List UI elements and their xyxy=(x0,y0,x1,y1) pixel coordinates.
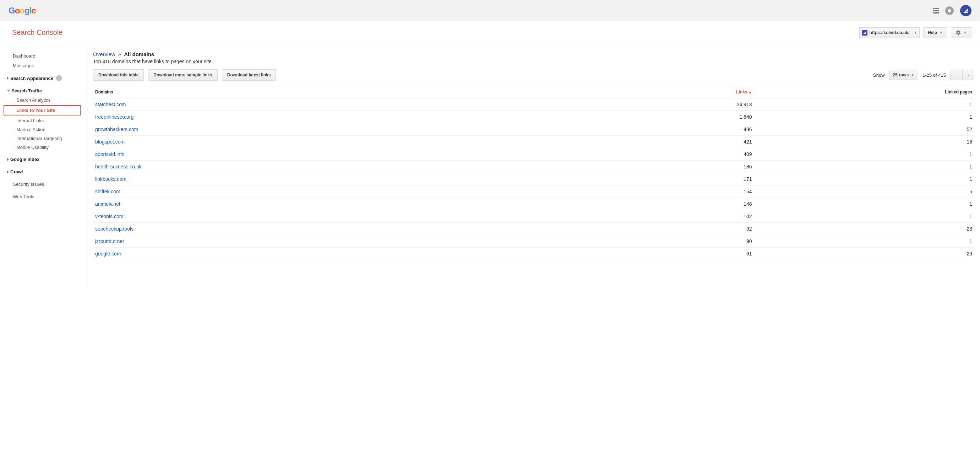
settings-button[interactable]: ▼ xyxy=(951,27,972,38)
sidebar-label: Search Appearance xyxy=(10,76,53,81)
cell-links: 148 xyxy=(578,198,754,210)
header-right xyxy=(933,5,972,16)
table-row: google.com6129 xyxy=(93,248,974,260)
cell-pages: 1 xyxy=(754,111,974,123)
sidebar-item-manual-action[interactable]: Manual Action xyxy=(0,125,87,134)
cell-links: 171 xyxy=(578,173,754,185)
avatar[interactable] xyxy=(960,5,972,16)
page-range: 1-25 of 415 xyxy=(923,72,946,78)
main-content: Overview » All domains Top 415 domains t… xyxy=(88,44,980,285)
domain-link[interactable]: statchest.com xyxy=(95,102,126,107)
cell-links: 102 xyxy=(578,210,754,223)
domain-link[interactable]: freeonlineseo.org xyxy=(95,114,134,120)
property-selector[interactable]: https://solvid.co.uk/ ▼ xyxy=(859,27,920,38)
cell-domain: health-success.co.uk xyxy=(93,161,578,173)
rows-value: 25 rows xyxy=(893,72,909,77)
domain-link[interactable]: seocheckup.tools xyxy=(95,226,134,232)
cell-pages: 1 xyxy=(754,99,974,111)
sidebar-item-internal-links[interactable]: Internal Links xyxy=(0,116,87,125)
help-label: Help xyxy=(928,30,937,35)
domain-link[interactable]: blogspot.com xyxy=(95,139,125,145)
download-more-sample-button[interactable]: Download more sample links xyxy=(148,69,217,81)
sidebar-group-crawl[interactable]: Crawl xyxy=(0,167,87,177)
notifications-bell-icon[interactable] xyxy=(945,6,954,15)
rows-per-page-selector[interactable]: 25 rows ▼ xyxy=(889,70,919,80)
table-row: v-tennis.com1021 xyxy=(93,210,974,223)
cell-links: 421 xyxy=(578,136,754,148)
sidebar-item-security-issues[interactable]: Security Issues xyxy=(0,179,87,189)
cell-pages: 1 xyxy=(754,235,974,248)
cell-links: 186 xyxy=(578,161,754,173)
table-row: sportsvid.info4091 xyxy=(93,148,974,161)
table-row: linkbucks.com1711 xyxy=(93,173,974,185)
sidebar-group-search-appearance[interactable]: Search Appearance i xyxy=(0,73,87,83)
cell-domain: freeonlineseo.org xyxy=(93,111,578,123)
cell-domain: animelv.net xyxy=(93,198,578,210)
domain-link[interactable]: shiftek.com xyxy=(95,189,120,195)
domain-link[interactable]: health-success.co.uk xyxy=(95,164,142,169)
sidebar-item-mobile-usability[interactable]: Mobile Usability xyxy=(0,143,87,152)
breadcrumb-separator: » xyxy=(118,51,121,57)
cell-links: 61 xyxy=(578,248,754,260)
chevron-down-icon: ▼ xyxy=(913,30,917,35)
cell-domain: jzrputtbut.net xyxy=(93,235,578,248)
domain-link[interactable]: google.com xyxy=(95,251,121,257)
download-latest-button[interactable]: Download latest links xyxy=(222,69,276,81)
cell-pages: 1 xyxy=(754,148,974,161)
breadcrumb-overview-link[interactable]: Overview xyxy=(93,51,115,57)
sidebar-item-links-to-your-site[interactable]: Links to Your Site xyxy=(3,105,81,115)
caret-right-icon xyxy=(7,171,9,173)
domain-link[interactable]: linkbucks.com xyxy=(95,176,126,182)
table-row: statchest.com24,9131 xyxy=(93,99,974,111)
table-row: health-success.co.uk1861 xyxy=(93,161,974,173)
table-row: blogspot.com42116 xyxy=(93,136,974,148)
domain-link[interactable]: animelv.net xyxy=(95,201,120,207)
domain-link[interactable]: v-tennis.com xyxy=(95,214,123,219)
cell-links: 1,840 xyxy=(578,111,754,123)
sidebar-item-dashboard[interactable]: Dashboard xyxy=(0,51,87,61)
sidebar-item-search-analytics[interactable]: Search Analytics xyxy=(0,96,87,104)
cell-links: 90 xyxy=(578,235,754,248)
sidebar-group-search-traffic[interactable]: Search Traffic xyxy=(0,86,87,96)
domain-link[interactable]: growthhackers.com xyxy=(95,126,138,132)
cell-pages: 1 xyxy=(754,210,974,223)
sidebar-label: Google Index xyxy=(10,157,40,162)
cell-domain: sportsvid.info xyxy=(93,148,578,161)
download-table-button[interactable]: Download this table xyxy=(93,69,144,81)
col-header-pages[interactable]: Linked pages xyxy=(754,86,974,99)
sidebar-item-messages[interactable]: Messages xyxy=(0,61,87,70)
domain-link[interactable]: jzrputtbut.net xyxy=(95,238,124,244)
prev-page-button[interactable]: ‹ xyxy=(950,70,962,80)
apps-grid-icon[interactable] xyxy=(933,8,939,13)
page-nav: ‹ › xyxy=(950,70,974,80)
next-page-button[interactable]: › xyxy=(962,70,974,80)
cell-pages: 5 xyxy=(754,185,974,198)
gear-icon xyxy=(956,30,961,35)
info-icon[interactable]: i xyxy=(56,75,62,81)
cell-links: 92 xyxy=(578,223,754,235)
cell-domain: google.com xyxy=(93,248,578,260)
sidebar-group-google-index[interactable]: Google Index xyxy=(0,155,87,164)
sidebar-item-web-tools[interactable]: Web Tools xyxy=(0,192,87,201)
domain-link[interactable]: sportsvid.info xyxy=(95,151,124,157)
chevron-right-icon: › xyxy=(967,72,969,78)
table-row: growthhackers.com48652 xyxy=(93,123,974,136)
domains-table: Domains Links▲ Linked pages statchest.co… xyxy=(93,86,974,260)
breadcrumb: Overview » All domains xyxy=(93,51,974,57)
google-logo[interactable]: Google xyxy=(8,6,36,16)
page-title: Search Console xyxy=(12,29,62,37)
cell-domain: blogspot.com xyxy=(93,136,578,148)
help-button[interactable]: Help ▼ xyxy=(923,27,947,38)
table-row: animelv.net1481 xyxy=(93,198,974,210)
caret-right-icon xyxy=(7,77,9,80)
show-label: Show xyxy=(873,72,885,78)
col-header-links[interactable]: Links▲ xyxy=(578,86,754,99)
sidebar-item-international-targeting[interactable]: International Targeting xyxy=(0,134,87,143)
sort-asc-icon: ▲ xyxy=(748,90,752,94)
cell-pages: 16 xyxy=(754,136,974,148)
chevron-down-icon: ▼ xyxy=(963,30,967,35)
col-header-links-label: Links xyxy=(736,89,747,94)
toolbar: Download this table Download more sample… xyxy=(93,69,974,81)
col-header-domains[interactable]: Domains xyxy=(93,86,578,99)
cell-domain: seocheckup.tools xyxy=(93,223,578,235)
